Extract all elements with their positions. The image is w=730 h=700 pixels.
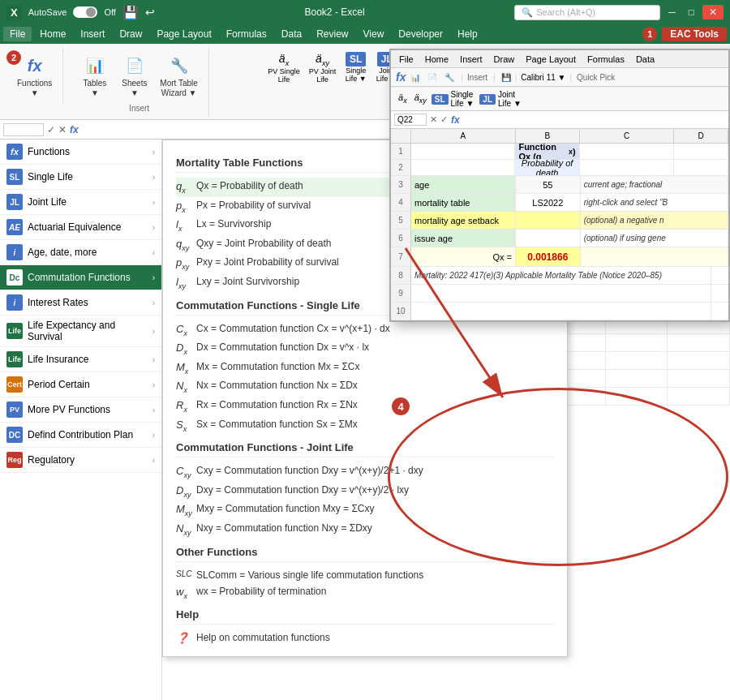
- menu-item-view[interactable]: View: [357, 27, 391, 41]
- overlay-menu-data[interactable]: Data: [631, 54, 659, 65]
- overlay-cell-a1[interactable]: [411, 144, 515, 159]
- left-menu-age-date[interactable]: i Age, date, more ›: [0, 240, 161, 265]
- overlay-menu-formulas[interactable]: Formulas: [582, 54, 629, 65]
- menu-item-draw[interactable]: Draw: [113, 27, 148, 41]
- slcomm-row[interactable]: SLC SLComm = Various single life commuta…: [176, 567, 554, 583]
- overlay-pvsingle-btn[interactable]: äx: [396, 91, 410, 106]
- left-menu-regulatory[interactable]: Reg Regulatory ›: [0, 448, 161, 473]
- overlay-row-4: 4 mortality table LS2022 right-click and…: [391, 194, 728, 212]
- overlay-quick-pick-label: Quick Pick: [577, 73, 615, 82]
- overlay-cell-c1[interactable]: [580, 144, 674, 159]
- overlay-jl-btn[interactable]: JL: [479, 94, 496, 105]
- overlay-cell-issue-value[interactable]: [516, 230, 581, 247]
- overlay-cell-issue-note: (optional) if using gene: [581, 230, 728, 247]
- cell-reference-input[interactable]: [3, 123, 44, 136]
- rx-row[interactable]: Rx Rx = Commutation function Rx = ΣNx: [176, 397, 554, 416]
- overlay-cell-a2[interactable]: [411, 160, 515, 175]
- overlay-sl-btn[interactable]: SL: [432, 94, 449, 105]
- menu-item-eac[interactable]: EAC Tools: [662, 27, 727, 41]
- wx-row[interactable]: wx wx = Probability of termination: [176, 583, 554, 603]
- undo-icon[interactable]: ↩: [145, 6, 155, 19]
- menu-item-formulas[interactable]: Formulas: [220, 27, 273, 41]
- overlay-cell-age-value[interactable]: 55: [516, 176, 581, 193]
- overlay-formula-fx[interactable]: fx: [451, 114, 460, 126]
- overlay-formula-check[interactable]: ✓: [440, 114, 448, 125]
- search-box[interactable]: 🔍 Search (Alt+Q): [514, 5, 660, 20]
- ribbon-sl-btn[interactable]: SL SingleLife ▼: [341, 50, 370, 84]
- left-menu-functions[interactable]: fx Functions ›: [0, 140, 161, 165]
- overlay-cell-d1[interactable]: [674, 144, 728, 159]
- menu-item-file[interactable]: File: [3, 27, 32, 41]
- overlay-cell-d2[interactable]: [674, 160, 728, 175]
- overlay-cell-setback-value[interactable]: [516, 212, 581, 229]
- minimize-btn[interactable]: ─: [663, 5, 681, 19]
- ribbon-sheets-btn[interactable]: 📄 Sheets▼: [116, 50, 152, 101]
- ribbon-pv-single-btn[interactable]: äx PV SingleLife: [264, 50, 303, 85]
- overlay-menu-home[interactable]: Home: [420, 54, 453, 65]
- overlay-cell-10[interactable]: [411, 303, 711, 320]
- menu-item-home[interactable]: Home: [33, 27, 72, 41]
- left-menu-joint-life[interactable]: JL Joint Life ›: [0, 190, 161, 215]
- left-menu-actuarial-equiv[interactable]: AE Actuarial Equivalence ›: [0, 215, 161, 240]
- pv-single-icon: äx: [279, 52, 289, 67]
- overlay-font-selector[interactable]: Calibri: [521, 73, 543, 82]
- nxy-row[interactable]: Nxy Nxy = Commutation function Nxy = ΣDx…: [176, 520, 554, 539]
- formula-checkmark[interactable]: ✓: [47, 124, 55, 135]
- left-menu: fx Functions › SL Single Life › JL Joint…: [0, 140, 162, 700]
- formula-cancel[interactable]: ✕: [58, 124, 67, 135]
- cx-row[interactable]: Cx Cx = Commutation function Cx = v^(x+1…: [176, 320, 554, 340]
- mort-wizard-icon: 🔧: [166, 53, 192, 79]
- menu-item-insert[interactable]: Insert: [74, 27, 111, 41]
- menu-item-review[interactable]: Review: [310, 27, 354, 41]
- overlay-menu-pagelayout[interactable]: Page Layout: [521, 54, 581, 65]
- left-menu-commutation[interactable]: Dc Commutation Functions ›: [0, 265, 161, 290]
- overlay-pvjoint-btn[interactable]: äxy: [412, 91, 429, 106]
- sx-row[interactable]: Sx Sx = Commutation function Sx = ΣMx: [176, 416, 554, 436]
- overlay-cell-qx-note: [581, 247, 728, 266]
- left-menu-interest-rates[interactable]: i Interest Rates ›: [0, 290, 161, 316]
- menu-item-help[interactable]: Help: [451, 27, 484, 41]
- overlay-cell-ref[interactable]: [394, 114, 427, 126]
- overlay-font-size[interactable]: 11 ▼: [547, 73, 566, 82]
- overlay-menu-insert[interactable]: Insert: [455, 54, 487, 65]
- overlay-cell-c2[interactable]: [580, 160, 674, 175]
- overlay-col-d: D: [674, 129, 728, 143]
- ribbon-mort-wizard-btn[interactable]: 🔧 Mort TableWizard ▼: [156, 50, 202, 101]
- menu-item-data[interactable]: Data: [275, 27, 308, 41]
- overlay-tables-btn[interactable]: 📊: [408, 71, 423, 84]
- overlay-row-6: 6 issue age (optional) if using gene: [391, 230, 728, 247]
- left-menu-life-insurance[interactable]: Life Life Insurance ›: [0, 347, 161, 372]
- maximize-btn[interactable]: □: [684, 5, 699, 19]
- ribbon-pv-joint-btn[interactable]: äxy PV JointLife: [306, 50, 340, 85]
- cxy-row[interactable]: Cxy Cxy = Commutation function Dxy = v^(…: [176, 462, 554, 482]
- overlay-cell-mort-table-value[interactable]: LS2022: [516, 194, 581, 211]
- overlay-menu-draw[interactable]: Draw: [489, 54, 520, 65]
- overlay-wizard-btn[interactable]: 🔧: [442, 71, 457, 84]
- nx-row[interactable]: Nx Nx = Commutation function Nx = ΣDx: [176, 377, 554, 397]
- mxy-row[interactable]: Mxy Mxy = Commutation function Mxy = ΣCx…: [176, 500, 554, 520]
- overlay-cell-9[interactable]: [411, 285, 711, 302]
- menu-item-developer[interactable]: Developer: [392, 27, 449, 41]
- overlay-sheets-btn[interactable]: 📄: [425, 71, 440, 84]
- pv-joint-label: PV JointLife: [309, 67, 337, 84]
- mx-row[interactable]: Mx Mx = Commutation function Mx = ΣCx: [176, 359, 554, 378]
- menu-item-pagelayout[interactable]: Page Layout: [150, 27, 217, 41]
- overlay-fx-icon[interactable]: fx: [396, 71, 406, 84]
- left-menu-defined-contribution[interactable]: DC Defind Contribution Plan ›: [0, 423, 161, 448]
- autosave-toggle[interactable]: [73, 6, 97, 18]
- dx-row[interactable]: Dx Dx = Commutation function Dx = v^x · …: [176, 339, 554, 359]
- dxy-row[interactable]: Dxy Dxy = Commutation function Dxy = v^(…: [176, 482, 554, 501]
- help-row[interactable]: ❓ Help on commutation functions: [176, 629, 554, 646]
- left-menu-life-expectancy[interactable]: Life Life Expectancy and Survival ›: [0, 316, 161, 347]
- close-btn[interactable]: ✕: [702, 5, 724, 19]
- save-icon[interactable]: 💾: [122, 5, 139, 20]
- left-menu-period-certain[interactable]: Cert Period Certain ›: [0, 372, 161, 397]
- slcomm-text: SLComm = Various single life commutation…: [196, 569, 423, 581]
- formula-fx-icon[interactable]: fx: [70, 124, 79, 135]
- left-menu-single-life[interactable]: SL Single Life ›: [0, 165, 161, 190]
- ribbon-tables-btn[interactable]: 📊 Tables▼: [76, 50, 113, 101]
- left-menu-more-pv[interactable]: PV More PV Functions ›: [0, 397, 161, 423]
- overlay-save-icon[interactable]: 💾: [501, 73, 511, 82]
- overlay-formula-cancel[interactable]: ✕: [430, 114, 437, 125]
- overlay-menu-file[interactable]: File: [394, 54, 419, 65]
